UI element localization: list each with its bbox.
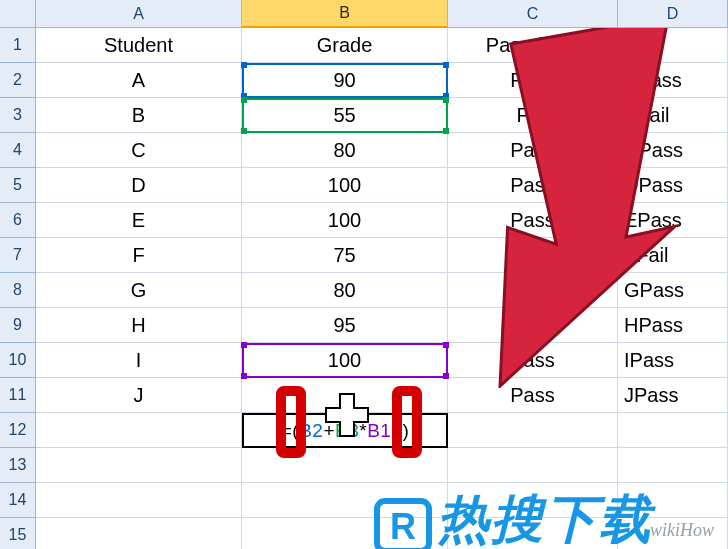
cell-B5[interactable]: 100 bbox=[242, 168, 448, 203]
formula-ref1: B2 bbox=[299, 420, 323, 442]
formula-star: * bbox=[359, 420, 367, 442]
cell-C5[interactable]: Pass bbox=[448, 168, 618, 203]
cell-A2[interactable]: A bbox=[36, 63, 242, 98]
cell-D6[interactable]: EPass bbox=[618, 203, 728, 238]
row-header-11[interactable]: 11 bbox=[0, 378, 36, 413]
row-1: 1 Student Grade Pass / Fail bbox=[0, 28, 728, 63]
cell-C10[interactable]: Pass bbox=[448, 343, 618, 378]
cell-A11[interactable]: J bbox=[36, 378, 242, 413]
row-6: 6 E 100 Pass EPass bbox=[0, 203, 728, 238]
cell-B7[interactable]: 75 bbox=[242, 238, 448, 273]
row-header-8[interactable]: 8 bbox=[0, 273, 36, 308]
col-header-D[interactable]: D bbox=[618, 0, 728, 28]
row-2: 2 A 90 Pass APass bbox=[0, 63, 728, 98]
cell-D9[interactable]: HPass bbox=[618, 308, 728, 343]
row-header-14[interactable]: 14 bbox=[0, 483, 36, 518]
row-header-9[interactable]: 9 bbox=[0, 308, 36, 343]
watermark-resou: R 热搜下载 bbox=[373, 485, 653, 549]
cell-C8[interactable]: Pass bbox=[448, 273, 618, 308]
cell-D2[interactable]: APass bbox=[618, 63, 728, 98]
cell-B10[interactable]: 100 bbox=[242, 343, 448, 378]
cell-C12[interactable] bbox=[448, 413, 618, 448]
spreadsheet: A B C D 1 Student Grade Pass / Fail 2 A … bbox=[0, 0, 728, 549]
row-header-5[interactable]: 5 bbox=[0, 168, 36, 203]
cell-A12[interactable] bbox=[36, 413, 242, 448]
cell-C11[interactable]: Pass bbox=[448, 378, 618, 413]
cell-A7[interactable]: F bbox=[36, 238, 242, 273]
col-header-A[interactable]: A bbox=[36, 0, 242, 28]
cell-C6[interactable]: Pass bbox=[448, 203, 618, 238]
cell-B4[interactable]: 80 bbox=[242, 133, 448, 168]
cell-C13[interactable] bbox=[448, 448, 618, 483]
cell-A4[interactable]: C bbox=[36, 133, 242, 168]
row-header-2[interactable]: 2 bbox=[0, 63, 36, 98]
cell-D13[interactable] bbox=[618, 448, 728, 483]
cell-C3[interactable]: Fail bbox=[448, 98, 618, 133]
row-7: 7 F 75 Fail FFail bbox=[0, 238, 728, 273]
cell-D11[interactable]: JPass bbox=[618, 378, 728, 413]
svg-text:R: R bbox=[390, 506, 416, 547]
cell-B1[interactable]: Grade bbox=[242, 28, 448, 63]
col-header-C[interactable]: C bbox=[448, 0, 618, 28]
cell-B2[interactable]: 90 bbox=[242, 63, 448, 98]
cell-D3[interactable]: BFail bbox=[618, 98, 728, 133]
row-header-10[interactable]: 10 bbox=[0, 343, 36, 378]
cell-A8[interactable]: G bbox=[36, 273, 242, 308]
row-header-6[interactable]: 6 bbox=[0, 203, 36, 238]
cell-C9[interactable]: Pass bbox=[448, 308, 618, 343]
select-all-corner[interactable] bbox=[0, 0, 36, 28]
logo-r-icon: R bbox=[373, 495, 433, 549]
cell-A14[interactable] bbox=[36, 483, 242, 518]
cell-A13[interactable] bbox=[36, 448, 242, 483]
cell-C1[interactable]: Pass / Fail bbox=[448, 28, 618, 63]
col-header-B[interactable]: B bbox=[242, 0, 448, 28]
cell-B6[interactable]: 100 bbox=[242, 203, 448, 238]
cell-A9[interactable]: H bbox=[36, 308, 242, 343]
formula-ref2: B3 bbox=[335, 420, 359, 442]
cell-B3[interactable]: 55 bbox=[242, 98, 448, 133]
cell-D4[interactable]: CPass bbox=[618, 133, 728, 168]
cell-A3[interactable]: B bbox=[36, 98, 242, 133]
cell-A15[interactable] bbox=[36, 518, 242, 549]
row-header-12[interactable]: 12 bbox=[0, 413, 36, 448]
cell-D10[interactable]: IPass bbox=[618, 343, 728, 378]
watermark-resou-text: 热搜下载 bbox=[437, 485, 653, 549]
cell-A10[interactable]: I bbox=[36, 343, 242, 378]
cell-B9[interactable]: 95 bbox=[242, 308, 448, 343]
formula-edit-box[interactable]: =(B2+B3*B10) bbox=[242, 413, 448, 448]
row-header-1[interactable]: 1 bbox=[0, 28, 36, 63]
cell-D7[interactable]: FFail bbox=[618, 238, 728, 273]
cell-D8[interactable]: GPass bbox=[618, 273, 728, 308]
cell-D12[interactable] bbox=[618, 413, 728, 448]
row-10: 10 I 100 Pass IPass bbox=[0, 343, 728, 378]
row-header-7[interactable]: 7 bbox=[0, 238, 36, 273]
cell-C7[interactable]: Fail bbox=[448, 238, 618, 273]
watermark-wikihow: wikiHow bbox=[650, 520, 714, 541]
row-header-3[interactable]: 3 bbox=[0, 98, 36, 133]
cell-B11[interactable] bbox=[242, 378, 448, 413]
cell-B13[interactable] bbox=[242, 448, 448, 483]
row-3: 3 B 55 Fail BFail bbox=[0, 98, 728, 133]
row-header-13[interactable]: 13 bbox=[0, 448, 36, 483]
cell-D1[interactable] bbox=[618, 28, 728, 63]
formula-close: ) bbox=[402, 420, 409, 442]
row-11: 11 J Pass JPass bbox=[0, 378, 728, 413]
row-header-15[interactable]: 15 bbox=[0, 518, 36, 549]
formula-ref3: B10 bbox=[367, 420, 402, 442]
cell-B8[interactable]: 80 bbox=[242, 273, 448, 308]
column-header-row: A B C D bbox=[0, 0, 728, 28]
row-13: 13 bbox=[0, 448, 728, 483]
cell-C2[interactable]: Pass bbox=[448, 63, 618, 98]
row-header-4[interactable]: 4 bbox=[0, 133, 36, 168]
row-5: 5 D 100 Pass DPass bbox=[0, 168, 728, 203]
row-4: 4 C 80 Pass CPass bbox=[0, 133, 728, 168]
cell-A6[interactable]: E bbox=[36, 203, 242, 238]
cell-A5[interactable]: D bbox=[36, 168, 242, 203]
cell-D5[interactable]: DPass bbox=[618, 168, 728, 203]
cell-C4[interactable]: Pass bbox=[448, 133, 618, 168]
row-9: 9 H 95 Pass HPass bbox=[0, 308, 728, 343]
formula-plus: + bbox=[323, 420, 335, 442]
cell-A1[interactable]: Student bbox=[36, 28, 242, 63]
formula-open: =( bbox=[281, 420, 299, 442]
row-8: 8 G 80 Pass GPass bbox=[0, 273, 728, 308]
